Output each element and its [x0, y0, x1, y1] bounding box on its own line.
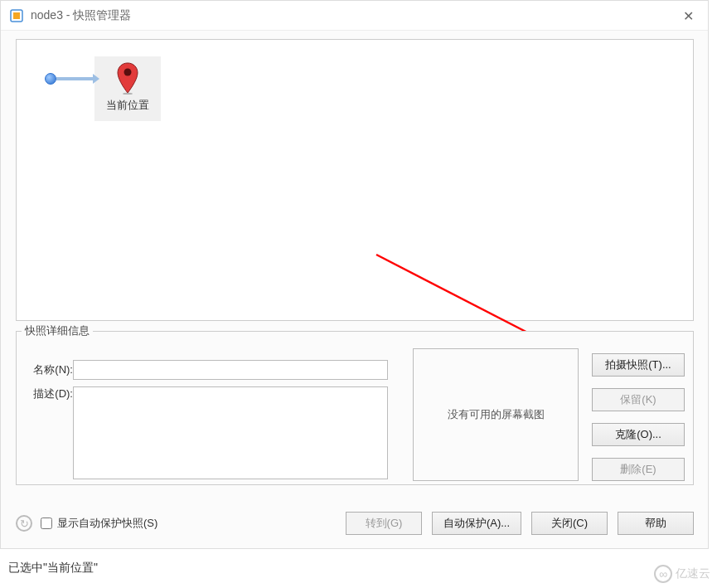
window-title: node3 - 快照管理器: [31, 8, 131, 23]
watermark-text: 亿速云: [676, 566, 710, 581]
autoprotect-icon: ↻: [16, 515, 32, 532]
current-location-node[interactable]: 当前位置: [94, 56, 161, 121]
status-text: 已选中"当前位置": [8, 561, 98, 574]
close-button[interactable]: 关闭(C): [531, 512, 608, 535]
snapshot-timeline: 当前位置: [45, 56, 161, 121]
svg-point-2: [124, 69, 132, 76]
description-input[interactable]: [73, 386, 388, 479]
autoprotect-button[interactable]: 自动保护(A)...: [432, 512, 521, 535]
description-label: 描述(D):: [25, 386, 73, 401]
name-label: 名称(N):: [25, 362, 73, 377]
goto-button[interactable]: 转到(G): [346, 512, 422, 535]
close-icon[interactable]: ✕: [680, 7, 696, 24]
current-location-label: 当前位置: [98, 98, 157, 113]
take-snapshot-button[interactable]: 拍摄快照(T)...: [592, 353, 685, 377]
snapshot-details-panel: 快照详细信息 名称(N): 描述(D): 没有可用的屏幕截图 拍摄快照(T)..…: [16, 331, 694, 485]
no-screenshot-text: 没有可用的屏幕截图: [448, 407, 545, 422]
watermark-icon: ∞: [654, 565, 672, 583]
help-button[interactable]: 帮助: [618, 512, 694, 535]
name-input[interactable]: [73, 360, 388, 380]
svg-point-3: [123, 93, 133, 95]
show-autoprotect-input[interactable]: [41, 518, 52, 529]
statusbar: 已选中"当前位置": [0, 556, 717, 581]
side-buttons: 拍摄快照(T)... 保留(K) 克隆(O)... 删除(E): [592, 353, 685, 481]
footer: ↻ 显示自动保护快照(S) 转到(G) 自动保护(A)... 关闭(C) 帮助: [16, 512, 694, 535]
watermark: ∞ 亿速云: [654, 565, 710, 583]
app-icon: [9, 8, 24, 23]
connector-arrow-icon: [56, 77, 94, 80]
snapshot-canvas[interactable]: 当前位置: [16, 39, 694, 321]
start-node-icon[interactable]: [45, 73, 56, 85]
keep-button[interactable]: 保留(K): [592, 388, 685, 411]
show-autoprotect-checkbox[interactable]: 显示自动保护快照(S): [41, 516, 337, 531]
pin-icon: [98, 61, 157, 95]
titlebar: node3 - 快照管理器 ✕: [1, 1, 708, 31]
footer-buttons: 转到(G) 自动保护(A)... 关闭(C) 帮助: [346, 512, 694, 535]
snapshot-manager-window: node3 - 快照管理器 ✕ 当前位置: [0, 0, 709, 549]
svg-rect-1: [13, 12, 20, 19]
clone-button[interactable]: 克隆(O)...: [592, 423, 685, 446]
screenshot-preview: 没有可用的屏幕截图: [413, 348, 579, 481]
details-legend: 快照详细信息: [22, 323, 93, 338]
delete-button[interactable]: 删除(E): [592, 458, 685, 481]
show-autoprotect-label: 显示自动保护快照(S): [57, 516, 157, 531]
